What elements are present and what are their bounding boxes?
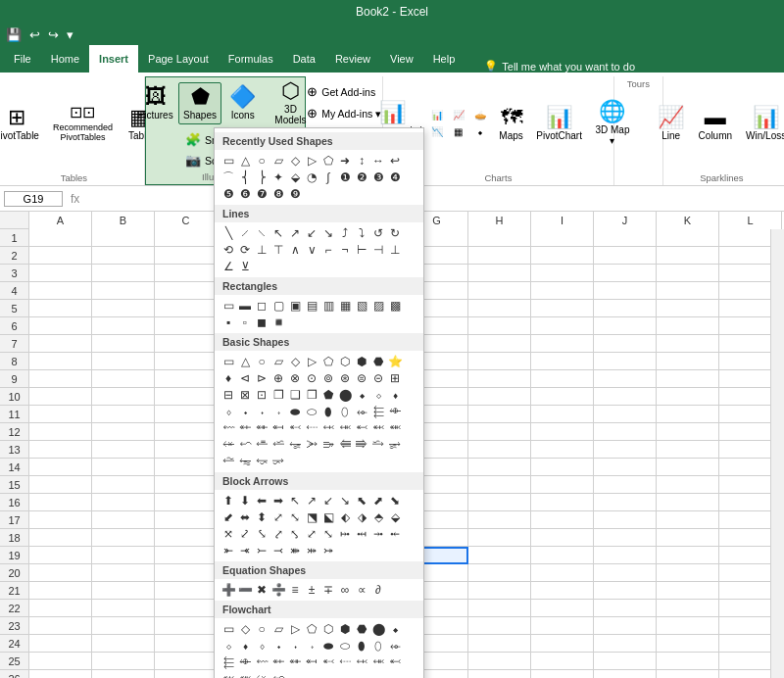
cell-L25[interactable] xyxy=(719,653,770,670)
shape-item[interactable]: ⊙ xyxy=(304,370,319,386)
cell-J9[interactable] xyxy=(594,370,657,388)
shape-item[interactable]: ⬬ xyxy=(320,638,336,654)
cell-K14[interactable] xyxy=(657,459,719,476)
cell-I13[interactable] xyxy=(531,441,594,459)
shape-item[interactable]: ⬰ xyxy=(387,638,403,654)
cell-C1[interactable] xyxy=(155,229,218,247)
shape-item[interactable]: ⊲ xyxy=(237,370,253,386)
cell-C15[interactable] xyxy=(155,476,218,494)
scatter-chart-button[interactable]: 📉 xyxy=(427,124,447,139)
cell-H21[interactable] xyxy=(468,582,531,600)
cell-A3[interactable] xyxy=(29,265,92,282)
shape-item[interactable]: ⊕ xyxy=(270,370,286,386)
cell-K9[interactable] xyxy=(657,370,719,388)
cell-I14[interactable] xyxy=(531,459,594,476)
winloss-sparkline-button[interactable]: 📊 Win/Loss xyxy=(740,104,784,144)
shape-item[interactable]: ⤧ xyxy=(220,526,236,542)
cell-C20[interactable] xyxy=(155,564,218,582)
cell-B26[interactable] xyxy=(92,670,155,678)
shape-item[interactable]: ▭ xyxy=(220,354,236,369)
shape-item[interactable]: ⬼ xyxy=(370,420,386,436)
shape-item[interactable]: ⬪ xyxy=(254,404,270,419)
cell-H8[interactable] xyxy=(468,353,531,370)
cell-I1[interactable] xyxy=(531,229,594,247)
cell-L7[interactable] xyxy=(719,335,770,353)
recommended-pivot-tables-button[interactable]: ⊡⊡ RecommendedPivotTables xyxy=(47,102,119,145)
shape-item[interactable]: ⬦ xyxy=(370,387,386,403)
cell-I3[interactable] xyxy=(531,265,594,282)
shape-item[interactable]: ❸ xyxy=(370,170,386,185)
cell-J6[interactable] xyxy=(594,317,657,335)
cell-H9[interactable] xyxy=(468,370,531,388)
cell-C11[interactable] xyxy=(155,406,218,423)
customize-icon[interactable]: ▾ xyxy=(65,26,75,43)
shape-item[interactable]: ⬱ xyxy=(370,404,386,419)
shape-item[interactable]: ∝ xyxy=(354,582,369,598)
cell-B1[interactable] xyxy=(92,229,155,247)
shape-item[interactable]: ⤣ xyxy=(287,526,303,542)
cell-B21[interactable] xyxy=(92,582,155,600)
shape-item[interactable]: ⭊ xyxy=(237,454,253,469)
cell-L18[interactable] xyxy=(719,529,770,547)
shape-item[interactable]: ⬿ xyxy=(237,437,253,453)
shape-item[interactable]: ⬘ xyxy=(370,509,386,525)
cell-A17[interactable] xyxy=(29,511,92,529)
cell-C18[interactable] xyxy=(155,529,218,547)
cell-K15[interactable] xyxy=(657,476,719,494)
cell-A15[interactable] xyxy=(29,476,92,494)
cell-K1[interactable] xyxy=(657,229,719,247)
shape-item[interactable]: ⬫ xyxy=(304,638,319,654)
shape-item[interactable]: ⬲ xyxy=(237,654,253,670)
shape-item[interactable]: ⬔ xyxy=(304,509,319,525)
shape-item[interactable]: ⊥ xyxy=(387,242,403,258)
cell-H14[interactable] xyxy=(468,459,531,476)
cell-B23[interactable] xyxy=(92,617,155,635)
shape-item[interactable]: ╲ xyxy=(220,225,236,241)
cell-B9[interactable] xyxy=(92,370,155,388)
shape-item[interactable]: ⬼ xyxy=(220,671,236,678)
cell-H23[interactable] xyxy=(468,617,531,635)
tab-data[interactable]: Data xyxy=(283,45,325,73)
shape-item[interactable]: ▬ xyxy=(237,298,253,314)
cell-B6[interactable] xyxy=(92,317,155,335)
shape-item[interactable]: ➖ xyxy=(237,582,253,598)
shape-item[interactable]: ⤛ xyxy=(237,543,253,558)
cell-J21[interactable] xyxy=(594,582,657,600)
shape-item[interactable]: ❾ xyxy=(287,186,303,202)
cell-L5[interactable] xyxy=(719,300,770,317)
shape-item[interactable]: ⟋ xyxy=(237,225,253,241)
shape-item[interactable]: ⤢ xyxy=(304,526,319,542)
cell-H19[interactable] xyxy=(468,547,531,564)
shape-item[interactable]: ⬷ xyxy=(287,420,303,436)
cell-L21[interactable] xyxy=(719,582,770,600)
cell-I21[interactable] xyxy=(531,582,594,600)
shape-item[interactable]: ⬥ xyxy=(387,621,403,637)
cell-H2[interactable] xyxy=(468,247,531,265)
cell-B10[interactable] xyxy=(92,388,155,406)
shape-item[interactable]: ↕ xyxy=(354,153,369,169)
cell-K21[interactable] xyxy=(657,582,719,600)
cell-C12[interactable] xyxy=(155,423,218,441)
cell-C22[interactable] xyxy=(155,600,218,617)
cell-H18[interactable] xyxy=(468,529,531,547)
shape-item[interactable]: ⬽ xyxy=(387,420,403,436)
cell-L19[interactable] xyxy=(719,547,770,564)
shape-item[interactable]: ⤤ xyxy=(270,526,286,542)
save-icon[interactable]: 💾 xyxy=(4,26,24,43)
cell-K23[interactable] xyxy=(657,617,719,635)
shape-item[interactable]: ⬌ xyxy=(237,509,253,525)
shape-item[interactable]: ⊟ xyxy=(220,387,236,403)
shape-item[interactable]: ↔ xyxy=(370,153,386,169)
cell-C13[interactable] xyxy=(155,441,218,459)
shape-item[interactable]: ⭀ xyxy=(254,437,270,453)
shape-item[interactable]: ⬻ xyxy=(387,654,403,670)
area-chart-button[interactable]: ▦ xyxy=(449,124,468,139)
shape-item[interactable]: ⬥ xyxy=(354,387,369,403)
cell-A26[interactable] xyxy=(29,670,92,678)
cell-H26[interactable] xyxy=(468,670,531,678)
vertical-scrollbar[interactable] xyxy=(770,229,784,678)
cell-I9[interactable] xyxy=(531,370,594,388)
cell-K3[interactable] xyxy=(657,265,719,282)
cell-H13[interactable] xyxy=(468,441,531,459)
cell-L9[interactable] xyxy=(719,370,770,388)
